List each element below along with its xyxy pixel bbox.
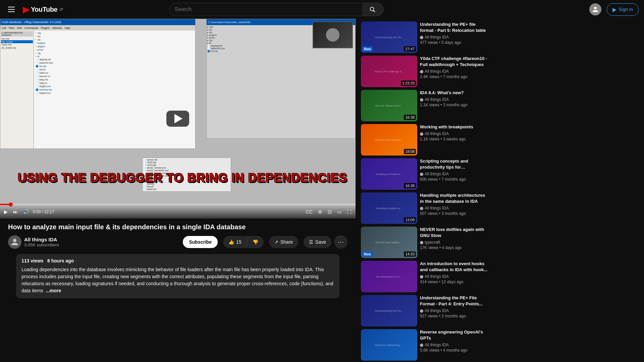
save-icon: ☰ [309, 239, 313, 245]
miniplayer-button[interactable]: ⊡ [326, 208, 333, 216]
sign-in-icon: ▶ [612, 6, 616, 13]
like-button[interactable]: 👍 15 [223, 236, 247, 248]
play-icon [174, 114, 182, 123]
search-input[interactable] [169, 3, 362, 16]
channel-icon [420, 309, 423, 313]
sidebar-thumbnail: Scripting concepts a... 16:38 [361, 158, 417, 190]
share-label: Share [280, 239, 293, 245]
ida-window: multi-database - Alltag Salamander 4.0 (… [0, 19, 196, 149]
channel-icon [420, 275, 423, 279]
play-pause-button[interactable]: ▶ [3, 208, 9, 216]
hamburger-menu[interactable] [5, 4, 17, 15]
channel-subscribers: 3.05K subscribers [24, 242, 180, 247]
sidebar-video-meta: 1.1K views • 3 weeks ago [420, 137, 488, 141]
sidebar-video-item[interactable]: Understanding the PE... Understanding th… [361, 295, 488, 326]
description-box[interactable]: 113 views 8 hours ago Loading dependenci… [16, 254, 339, 298]
sidebar-video-info: Understanding the PE+ file format - Part… [420, 21, 488, 53]
dislike-button[interactable]: 👎 [247, 236, 264, 248]
sidebar-video-item[interactable]: Reverse engineering ... Reverse engineer… [361, 329, 488, 361]
video-title: How to analyze main input file & its dep… [8, 223, 347, 231]
current-time: 0:00 [33, 209, 41, 214]
sidebar-video-info: IDA 8.4: What's new? All things IDA 1.1K… [420, 90, 488, 121]
sidebar-channel-name: All things IDA [420, 343, 488, 347]
sidebar-video-title: NEVER lose dotfiles again with GNU Stow [420, 227, 488, 239]
sidebar-thumbnail: An introduction to e... [361, 261, 417, 292]
sidebar-video-item[interactable]: NEVER lose dotfiles ... 14:33 New NEVER … [361, 227, 488, 258]
cc-button[interactable]: CC [305, 208, 314, 216]
channel-name[interactable]: All things IDA [24, 237, 180, 242]
pip-thumbnail [313, 21, 353, 48]
sidebar-channel-name: All things IDA [420, 97, 488, 102]
volume-button[interactable]: 🔊 [22, 208, 30, 216]
sidebar-video-title: An introduction to event hooks and callb… [420, 261, 488, 273]
channel-icon [420, 344, 423, 347]
sidebar-video-item[interactable]: An introduction to e... An introduction … [361, 261, 488, 292]
sidebar-video-meta: 5.6K views • 4 months ago [420, 348, 488, 353]
sidebar-video-item[interactable]: Y0da CTF challenge #... 1:23:33 Y0da CTF… [361, 56, 488, 87]
like-icon: 👍 [228, 239, 234, 245]
search-button[interactable] [362, 3, 384, 16]
sidebar-video-meta: 507 views • 3 months ago [420, 211, 488, 216]
new-badge: New [362, 47, 373, 52]
header: ▶ YouTube JP ▶ Sign in [0, 0, 644, 19]
sidebar-video-item[interactable]: IDA 8.4: What's new?... 16:38 IDA 8.4: W… [361, 90, 488, 121]
sidebar-video-meta: 2.4K views • 7 months ago [420, 74, 488, 79]
save-button[interactable]: ☰ Save [304, 236, 331, 248]
like-count: 15 [236, 239, 241, 245]
sidebar-video-meta: 414 views • 12 days ago [420, 280, 488, 284]
channel-icon [420, 132, 423, 136]
youtube-logo[interactable]: ▶ YouTube JP [23, 4, 63, 15]
share-button[interactable]: ↗ Share [269, 236, 298, 248]
video-duration: 16:38 [404, 183, 416, 188]
sign-in-label: Sign in [619, 7, 633, 12]
next-button[interactable]: ⏭ [12, 208, 19, 216]
sidebar-video-title: Handling multiple architectures in the s… [420, 192, 488, 204]
channel-icon [420, 98, 423, 102]
channel-icon [420, 207, 423, 210]
sidebar-video-info: An introduction to event hooks and callb… [420, 261, 488, 292]
sidebar-video-title: Y0da CTF challenge #flareon10 - Full wal… [420, 56, 488, 68]
sidebar-thumbnail: Handling multiple ar... 13:09 [361, 192, 417, 224]
sidebar-video-item[interactable]: Handling multiple ar... 13:09 Handling m… [361, 192, 488, 224]
sidebar-video-info: Reverse engineering OpenAI's GPTs All th… [420, 329, 488, 361]
sidebar-thumbnail: Understanding the PE... [361, 295, 417, 326]
save-label: Save [315, 239, 326, 245]
more-options-button[interactable]: ⋯ [334, 235, 347, 249]
sidebar-channel-name: All things IDA [420, 172, 488, 176]
youtube-logo-text: YouTube [31, 6, 57, 13]
sidebar-channel-name: All things IDA [420, 206, 488, 210]
subscribe-button[interactable]: Subscribe [183, 236, 218, 248]
header-right: ▶ Sign in [589, 3, 639, 16]
sidebar-thumbnail: Y0da CTF challenge #... 1:23:33 [361, 56, 417, 87]
sidebar-thumbnail: Working with breakpo... 19:08 [361, 124, 417, 156]
save-group: ☰ Save [304, 236, 331, 248]
sidebar-video-item[interactable]: Working with breakpo... 19:08 Working wi… [361, 124, 488, 156]
sidebar-video-meta: 17K views • 4 days ago [420, 245, 488, 250]
sidebar-video-item[interactable]: Scripting concepts a... 16:38 Scripting … [361, 158, 488, 190]
more-link[interactable]: ...more [46, 288, 61, 293]
theater-button[interactable]: ▭ [336, 208, 343, 216]
video-duration: 14:33 [404, 251, 416, 257]
channel-avatar-icon [11, 238, 19, 246]
sidebar-video-title: Understanding the PE+ File Format - Part… [420, 295, 488, 307]
play-button[interactable] [166, 111, 189, 127]
sidebar-video-title: Understanding the PE+ file format - Part… [420, 21, 488, 34]
settings-button[interactable]: ⚙ [317, 208, 324, 216]
sidebar-video-info: Scripting concepts and productivity tips… [420, 158, 488, 190]
controls-bar: ▶ ⏭ 🔊 0:00 / 12:17 CC ⚙ ⊡ ▭ ⛶ [0, 205, 356, 219]
sidebar: Understanding the PE... 27:47 New Unders… [356, 19, 493, 362]
fullscreen-button[interactable]: ⛶ [345, 208, 353, 216]
sign-in-button[interactable]: ▶ Sign in [607, 3, 639, 16]
sidebar-video-title: Working with breakpoints [420, 124, 488, 130]
search-container [169, 3, 384, 16]
sidebar-channel-name: typecraft [420, 240, 488, 245]
sidebar-video-info: Handling multiple architectures in the s… [420, 192, 488, 224]
channel-avatar[interactable] [8, 235, 21, 249]
sidebar-video-title: IDA 8.4: What's new? [420, 90, 488, 96]
video-player[interactable]: multi-database - Alltag Salamander 4.0 (… [0, 19, 356, 219]
sidebar-video-item[interactable]: Understanding the PE... 27:47 New Unders… [361, 21, 488, 53]
user-avatar[interactable] [589, 3, 601, 15]
more-icon: ⋯ [338, 238, 344, 246]
video-thumbnail: multi-database - Alltag Salamander 4.0 (… [0, 19, 356, 219]
sidebar-video-title: Reverse engineering OpenAI's GPTs [420, 329, 488, 341]
